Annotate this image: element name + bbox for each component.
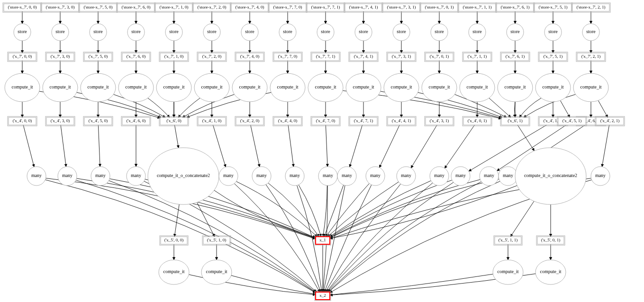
svg-point-234 <box>366 167 385 186</box>
store-node: store <box>165 24 182 41</box>
svg-point-58 <box>194 73 229 102</box>
store-input-node: ('store-x_7', 1, 0) <box>154 3 193 12</box>
compute-it-node: compute_it <box>535 73 571 102</box>
x7-node: ('x_7', 4, 0) <box>235 52 264 62</box>
svg-rect-36 <box>122 53 150 61</box>
svg-point-218 <box>91 167 110 186</box>
edge <box>61 125 66 167</box>
svg-point-93 <box>355 24 372 41</box>
store-node: store <box>393 24 410 41</box>
svg-rect-179 <box>236 117 263 125</box>
x4-node: ('x_4', 2, 0) <box>235 116 264 126</box>
svg-point-83 <box>317 24 334 41</box>
many-node: many <box>91 167 110 186</box>
edge <box>411 125 437 168</box>
x7-node: ('x_7', 5, 1) <box>538 52 568 62</box>
svg-point-108 <box>384 73 419 102</box>
compute-it-node: compute_it <box>308 73 343 102</box>
many-node: many <box>591 167 610 186</box>
store-node: store <box>317 24 334 41</box>
x5-node: ('x_5', 0, 1) <box>536 236 565 245</box>
svg-point-143 <box>544 24 562 41</box>
svg-point-8 <box>5 73 40 102</box>
svg-rect-26 <box>84 53 112 61</box>
compute-it-node: compute_it <box>493 260 523 284</box>
svg-point-228 <box>285 167 304 186</box>
store-node: store <box>14 24 31 41</box>
svg-point-68 <box>232 73 267 102</box>
edge <box>23 125 34 167</box>
svg-rect-257 <box>161 237 187 244</box>
svg-point-153 <box>582 24 599 41</box>
store-input-node: ('store-x_7', 7, 1) <box>306 3 345 12</box>
svg-rect-185 <box>312 117 339 125</box>
x7-node: ('x_7', 7, 0) <box>273 52 302 62</box>
edge <box>323 186 327 237</box>
x7-node: ('x_7', 3, 0) <box>45 52 75 62</box>
svg-rect-86 <box>312 53 339 61</box>
many-node: many <box>219 167 238 186</box>
svg-point-236 <box>397 167 416 186</box>
svg-rect-209 <box>558 117 586 125</box>
svg-point-240 <box>451 167 470 186</box>
svg-point-113 <box>431 24 448 41</box>
svg-rect-266 <box>537 237 564 244</box>
x7-node: ('x_7', 5, 0) <box>83 52 113 62</box>
svg-rect-131 <box>497 4 534 11</box>
many-node: many <box>430 167 449 186</box>
svg-rect-254 <box>316 292 330 300</box>
store-node: store <box>469 24 486 41</box>
many-node: many <box>451 167 470 186</box>
edge <box>326 125 327 167</box>
x6-node: ('x_6', 1) <box>500 116 530 126</box>
svg-rect-176 <box>198 117 226 125</box>
svg-rect-61 <box>231 4 268 11</box>
edge <box>560 100 570 117</box>
svg-rect-167 <box>84 117 112 125</box>
svg-rect-197 <box>463 117 491 125</box>
svg-point-23 <box>90 24 107 41</box>
svg-point-220 <box>127 167 145 186</box>
x6-node: ('x_6', 0) <box>159 116 189 126</box>
svg-point-18 <box>43 73 78 102</box>
svg-point-238 <box>430 167 449 186</box>
svg-rect-146 <box>539 53 567 61</box>
many-node: many <box>337 167 356 186</box>
edge <box>197 202 215 237</box>
x7-node: ('x_7', 2, 1) <box>576 52 606 62</box>
many-node: many <box>285 167 304 186</box>
compute-it-node: compute_it <box>156 73 191 102</box>
many-node: many <box>499 167 517 186</box>
x4-node: ('x_4', 3, 0) <box>45 116 75 126</box>
svg-point-28 <box>81 73 116 102</box>
x7-node: ('x_7', 7, 1) <box>311 52 340 62</box>
svg-rect-96 <box>350 53 377 61</box>
svg-point-242 <box>480 167 499 186</box>
svg-rect-173 <box>160 117 188 125</box>
svg-point-128 <box>460 73 495 102</box>
svg-point-73 <box>279 24 296 41</box>
svg-rect-156 <box>577 53 605 61</box>
edge <box>178 98 200 117</box>
svg-rect-200 <box>501 117 529 125</box>
store-node: store <box>52 24 69 41</box>
compute-it-node: compute_it <box>346 73 381 102</box>
svg-rect-1 <box>4 4 41 11</box>
many-node: many <box>27 167 46 186</box>
x7-node: ('x_7', 0, 0) <box>8 52 37 62</box>
svg-rect-76 <box>274 53 301 61</box>
edge <box>330 186 517 239</box>
svg-rect-141 <box>535 4 571 11</box>
svg-point-222 <box>148 148 219 204</box>
edge <box>148 98 170 117</box>
svg-point-88 <box>308 73 343 102</box>
edge <box>328 181 500 292</box>
svg-rect-194 <box>426 117 453 125</box>
store-node: store <box>507 24 524 41</box>
svg-point-3 <box>14 24 31 41</box>
store-node: store <box>544 24 562 41</box>
svg-point-33 <box>127 24 145 41</box>
edge <box>251 125 260 167</box>
svg-rect-21 <box>80 4 117 11</box>
svg-point-148 <box>535 73 571 102</box>
